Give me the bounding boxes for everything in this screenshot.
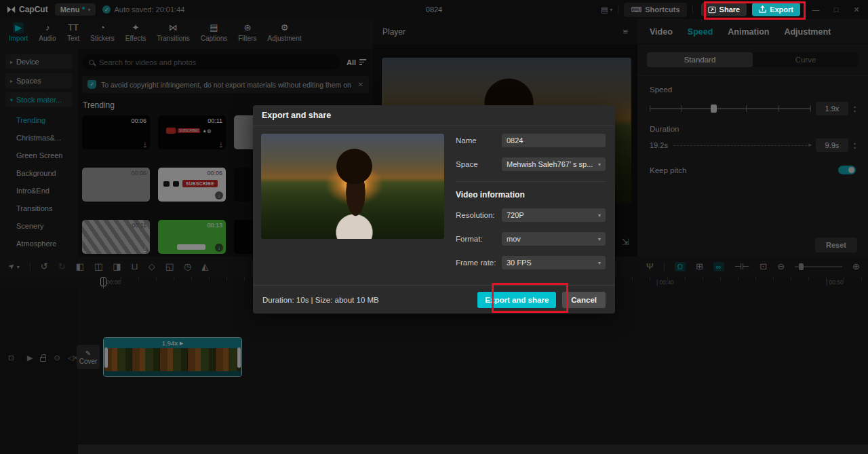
dialog-footer: Duration: 10s | Size: about 10 MB Export… bbox=[253, 285, 615, 314]
frame-rate-label: Frame rate: bbox=[456, 259, 502, 267]
export-dialog: Export and share Name Space Mehwish Sale… bbox=[253, 105, 615, 314]
export-button[interactable]: Export bbox=[752, 3, 800, 16]
format-select[interactable]: mov▾ bbox=[502, 232, 606, 246]
space-select[interactable]: Mehwish Saleh767’ s sp...▾ bbox=[502, 157, 606, 171]
export-summary: Duration: 10s | Size: about 10 MB bbox=[262, 296, 477, 304]
space-value: Mehwish Saleh767’ s sp... bbox=[507, 160, 593, 168]
resolution-label: Resolution: bbox=[456, 211, 502, 219]
space-label: Space bbox=[456, 160, 502, 168]
name-field[interactable] bbox=[502, 134, 606, 147]
frame-rate-value: 30 FPS bbox=[507, 259, 532, 267]
export-and-share-button[interactable]: Export and share bbox=[477, 292, 556, 308]
chevron-down-icon: ▾ bbox=[598, 162, 601, 168]
export-icon bbox=[759, 5, 766, 14]
export-preview-image bbox=[261, 134, 444, 239]
video-information-title: Video information bbox=[456, 190, 606, 200]
chevron-down-icon: ▾ bbox=[598, 212, 601, 219]
cancel-button[interactable]: Cancel bbox=[562, 292, 606, 308]
resolution-select[interactable]: 720P▾ bbox=[502, 208, 606, 222]
export-label: Export bbox=[770, 5, 793, 14]
share-icon bbox=[708, 6, 716, 14]
chevron-down-icon: ▾ bbox=[598, 236, 601, 242]
resolution-value: 720P bbox=[507, 211, 524, 219]
dialog-title: Export and share bbox=[253, 105, 615, 126]
frame-rate-select[interactable]: 30 FPS▾ bbox=[502, 256, 606, 269]
divider bbox=[456, 181, 606, 182]
format-label: Format: bbox=[456, 235, 502, 243]
share-button[interactable]: Share bbox=[701, 3, 747, 16]
name-label: Name bbox=[456, 136, 502, 145]
person-silhouette bbox=[321, 145, 387, 240]
share-label: Share bbox=[719, 5, 741, 14]
share-export-group: Share Export bbox=[698, 3, 803, 16]
format-value: mov bbox=[507, 235, 521, 243]
name-input[interactable] bbox=[507, 136, 601, 145]
chevron-down-icon: ▾ bbox=[598, 260, 601, 266]
